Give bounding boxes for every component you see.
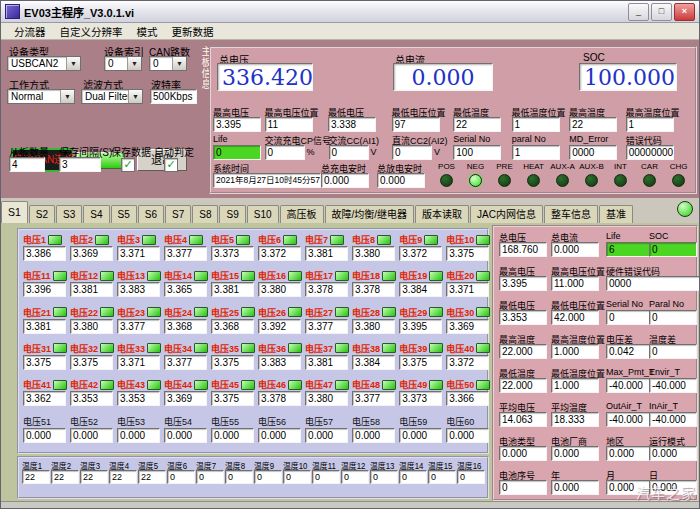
relay-led-label: CAR: [635, 162, 664, 172]
voltage-cell-header: 电压43: [117, 378, 161, 391]
voltage-led: [476, 235, 490, 245]
stat-value-display: 0: [392, 145, 432, 160]
stat-cell: 电池序号0: [499, 467, 547, 495]
slave-count-field[interactable]: 4: [9, 157, 45, 172]
tab-版本读取[interactable]: 版本读取: [415, 205, 469, 223]
voltage-label: 电压3: [117, 233, 140, 246]
baud-field[interactable]: 500Kbps: [150, 89, 197, 104]
stat-value-display: -40.000: [606, 412, 654, 427]
chevron-down-icon[interactable]: ▼: [172, 57, 186, 70]
voltage-cell: 电压453.375: [208, 377, 255, 413]
temperature-label: 温度8: [225, 459, 251, 470]
charge-ah-cell: 总充电安时 0.000: [321, 162, 377, 188]
stat-label: 地区: [606, 433, 654, 446]
tab-故障/均衡/继电器[interactable]: 故障/均衡/继电器: [325, 205, 415, 223]
voltage-label: 电压29: [399, 306, 427, 319]
stat-value-display: -40.000: [649, 378, 697, 393]
can-count-select[interactable]: 0▼: [149, 56, 187, 71]
unit-label: V: [434, 147, 440, 157]
tab-S5[interactable]: S5: [111, 205, 137, 223]
menu-item-3[interactable]: 模式: [130, 23, 165, 40]
tab-JAC内网信息[interactable]: JAC内网信息: [470, 205, 543, 223]
stat-label: Paral No: [649, 297, 697, 310]
voltage-cell: 电压13.386: [20, 232, 67, 268]
tab-S7[interactable]: S7: [165, 205, 191, 223]
tab-S1[interactable]: S1: [1, 201, 28, 223]
chevron-down-icon[interactable]: ▼: [60, 90, 74, 103]
tab-S2[interactable]: S2: [29, 205, 55, 223]
stat-label: OutAir_T: [606, 399, 654, 412]
voltage-label: 电压34: [164, 342, 192, 355]
menu-bar: 分流器自定义分辨率模式更新数据: [1, 23, 699, 40]
stat-label: 最低电压: [328, 106, 391, 116]
work-mode-select[interactable]: Normal▼: [7, 89, 75, 104]
minimize-button[interactable]: _: [628, 3, 649, 21]
tab-整车信息[interactable]: 整车信息: [544, 205, 598, 223]
voltage-value-display: 3.377: [352, 391, 395, 406]
voltage-led: [429, 271, 443, 281]
stat-cell: 平均温度18.333: [551, 399, 599, 427]
voltage-value-display: 3.372: [446, 355, 489, 370]
menu-item-4[interactable]: 更新数据: [165, 23, 221, 40]
stat-cell: Paral No0: [649, 297, 697, 325]
window-title: EV03主程序_V3.0.1.vi: [24, 4, 626, 20]
voltage-value-display: 3.362: [23, 391, 66, 406]
voltage-label: 电压46: [258, 378, 286, 391]
device-index-select[interactable]: 0▼: [104, 56, 142, 71]
stats-row: 最高温度22.000最高温度位置1.000电压差0.042温度差0: [499, 331, 696, 365]
voltage-led: [288, 380, 302, 390]
stat-cell: Life0: [213, 134, 265, 160]
voltage-label: 电压58: [352, 415, 380, 428]
voltage-cell-header: 电压7: [305, 233, 349, 246]
device-type-select[interactable]: USBCAN2▼: [7, 56, 81, 71]
voltage-cell-header: 电压11: [23, 269, 67, 282]
temperature-cell: 温度122: [21, 459, 50, 496]
stat-value-display: 0.000: [551, 242, 599, 257]
temperature-cell: 温度70: [195, 459, 224, 496]
stat-cell: 最低温度22: [453, 106, 512, 132]
voltage-cell: 电压63.372: [255, 232, 302, 268]
voltage-led: [476, 343, 490, 353]
temperature-label: 温度6: [167, 459, 193, 470]
chevron-down-icon[interactable]: ▼: [127, 57, 141, 70]
voltage-value-display: 0.000: [305, 428, 348, 443]
tab-高压板[interactable]: 高压板: [280, 205, 324, 223]
discharge-ah-cell: 总放电安时 0.000: [377, 162, 432, 188]
voltage-label: 电压53: [117, 415, 145, 428]
voltage-label: 电压4: [164, 233, 187, 246]
tab-S10[interactable]: S10: [247, 205, 279, 223]
chevron-down-icon[interactable]: ▼: [66, 57, 80, 70]
menu-item-1[interactable]: 分流器: [7, 23, 53, 40]
temperature-value-display: 22: [80, 470, 108, 484]
voltage-cell-header: 电压55: [211, 415, 255, 428]
tab-S4[interactable]: S4: [83, 205, 109, 223]
temperature-label: 温度15: [428, 459, 454, 470]
close-button[interactable]: ×: [674, 3, 695, 21]
tab-S6[interactable]: S6: [138, 205, 164, 223]
voltage-cell: 电压493.373: [396, 377, 443, 413]
system-time-cell: 系统时间 2021年8月27日10时45分57秒: [213, 162, 321, 188]
voltage-cell-header: 电压41: [23, 378, 67, 391]
voltage-value-display: 3.368: [211, 319, 254, 334]
stat-value-display: 22: [569, 117, 617, 132]
save-data-checkbox[interactable]: ✓: [121, 158, 135, 172]
tab-S3[interactable]: S3: [56, 205, 82, 223]
maximize-button[interactable]: □: [651, 3, 672, 21]
temperature-cell: 温度100: [282, 459, 311, 496]
save-interval-field[interactable]: 3: [59, 157, 101, 172]
voltage-cell-header: 电压52: [70, 415, 114, 428]
stat-cell: OutAir_T-40.000: [606, 399, 654, 427]
menu-item-2[interactable]: 自定义分辨率: [53, 23, 130, 40]
filter-mode-select[interactable]: Dual Filter▼: [81, 89, 143, 104]
tab-S8[interactable]: S8: [192, 205, 218, 223]
stat-value-line: 1: [512, 144, 569, 160]
auto-judge-checkbox[interactable]: ✓: [164, 158, 178, 172]
stat-label: 电压差: [606, 331, 654, 344]
tab-S9[interactable]: S9: [219, 205, 245, 223]
stat-cell: 硬件错误代码0000: [606, 263, 700, 291]
voltage-label: 电压1: [23, 233, 46, 246]
relay-led-pre: [498, 174, 511, 187]
chevron-down-icon[interactable]: ▼: [128, 90, 142, 103]
system-time-label: 系统时间: [213, 162, 321, 172]
tab-基准[interactable]: 基准: [599, 205, 633, 223]
